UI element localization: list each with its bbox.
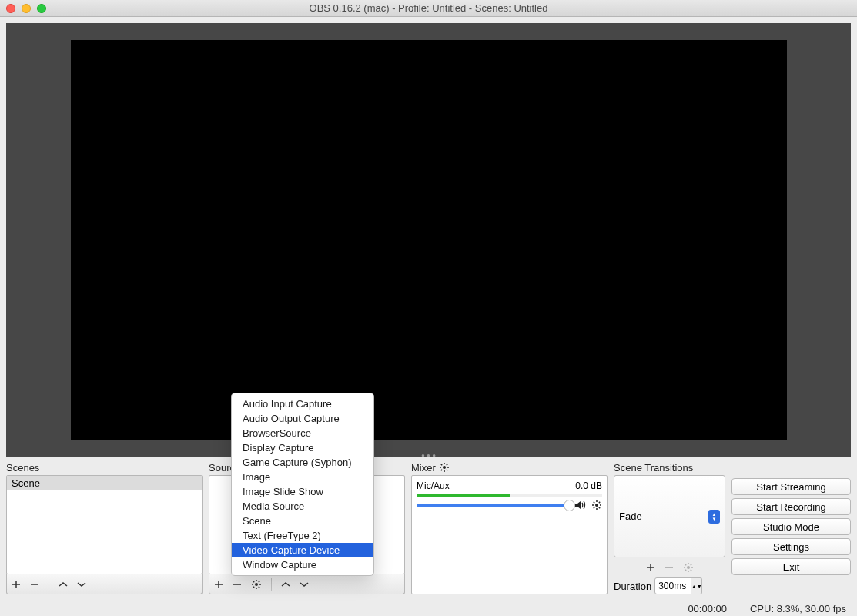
scene-item[interactable]: Scene [7,476,202,490]
sources-toolbar [209,574,405,594]
slider-thumb[interactable] [564,500,575,511]
mixer-header-label: Mixer [411,462,436,474]
settings-button[interactable]: Settings [731,538,851,555]
mixer-gear-icon[interactable] [439,462,450,473]
svg-point-3 [687,566,690,569]
context-menu-item[interactable]: BrowserSource [232,426,373,440]
context-menu-item[interactable]: Game Capture (Syphon) [232,455,373,470]
transitions-header: Scene Transitions [614,460,725,475]
mixer-header: Mixer [411,460,608,475]
remove-scene-button[interactable] [30,580,39,589]
svg-point-2 [595,504,598,507]
add-scene-button[interactable] [12,580,21,589]
context-menu-item[interactable]: Window Capture [232,557,373,572]
select-arrows-icon: ▲▼ [708,510,720,524]
splitter-handle[interactable]: ● ● ● [421,452,436,459]
preview-area: ● ● ● [6,23,851,457]
context-menu-item[interactable]: Text (FreeType 2) [232,528,373,543]
speaker-icon[interactable] [574,500,587,511]
transition-gear-icon[interactable] [683,562,694,573]
svg-point-0 [255,583,258,586]
duration-input[interactable] [654,578,691,594]
source-down-button[interactable] [300,581,309,588]
mixer-body: Mic/Aux 0.0 dB [411,475,608,594]
mixer-channel-level: 0.0 dB [575,480,602,491]
volume-slider[interactable] [417,504,570,507]
duration-label: Duration [614,581,651,592]
context-menu-item[interactable]: Scene [232,514,373,528]
svg-point-1 [443,466,446,469]
status-time: 00:00:00 [688,603,727,614]
context-menu-item[interactable]: Image [232,470,373,484]
controls-panel: Start Streaming Start Recording Studio M… [731,460,851,594]
preview-canvas[interactable] [71,40,787,440]
titlebar: OBS 0.16.2 (mac) - Profile: Untitled - S… [0,0,857,17]
studio-mode-button[interactable]: Studio Mode [731,518,851,535]
context-menu-item[interactable]: Audio Output Capture [232,411,373,426]
mixer-channel-name: Mic/Aux [417,480,450,491]
source-up-button[interactable] [281,581,290,588]
source-settings-button[interactable] [251,579,262,590]
add-transition-button[interactable] [646,563,655,572]
context-menu-item[interactable]: Audio Input Capture [232,397,373,411]
maximize-icon[interactable] [37,4,46,13]
add-source-button[interactable] [214,580,223,589]
scenes-header: Scenes [6,460,203,475]
window-controls [6,4,46,13]
context-menu-item[interactable]: Media Source [232,499,373,514]
start-recording-button[interactable]: Start Recording [731,498,851,515]
minimize-icon[interactable] [22,4,31,13]
scenes-list[interactable]: Scene [6,475,203,574]
close-icon[interactable] [6,4,15,13]
context-menu-item[interactable]: Image Slide Show [232,484,373,499]
status-bar: 00:00:00 CPU: 8.3%, 30.00 fps [0,601,857,616]
exit-button[interactable]: Exit [731,558,851,575]
remove-transition-button[interactable] [665,563,674,572]
transition-selected-label: Fade [619,511,642,522]
audio-meter [417,494,602,497]
add-source-context-menu[interactable]: Audio Input CaptureAudio Output CaptureB… [231,393,374,576]
remove-source-button[interactable] [233,580,242,589]
channel-gear-icon[interactable] [591,500,602,511]
transition-select[interactable]: Fade ▲▼ [614,475,725,557]
window-title: OBS 0.16.2 (mac) - Profile: Untitled - S… [0,2,857,14]
context-menu-item[interactable]: Video Capture Device [232,543,373,557]
transitions-panel: Scene Transitions Fade ▲▼ Duration ▲▼ [614,460,725,594]
duration-stepper[interactable]: ▲▼ [691,578,702,594]
scenes-panel: Scenes Scene [6,460,203,594]
scene-up-button[interactable] [59,581,68,588]
status-cpu: CPU: 8.3%, 30.00 fps [750,603,846,614]
mixer-panel: Mixer Mic/Aux 0.0 dB [411,460,608,594]
start-streaming-button[interactable]: Start Streaming [731,478,851,495]
scene-down-button[interactable] [77,581,86,588]
context-menu-item[interactable]: Display Capture [232,440,373,455]
scenes-toolbar [6,574,203,594]
